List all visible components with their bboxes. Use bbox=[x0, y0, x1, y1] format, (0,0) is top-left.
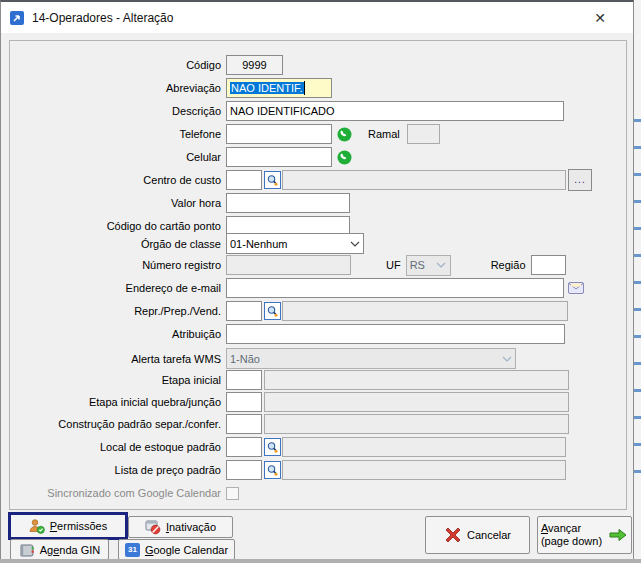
cancelar-button[interactable]: Cancelar bbox=[425, 516, 530, 554]
green-right-arrow-icon bbox=[608, 527, 628, 543]
lista-preco-lookup-button[interactable] bbox=[264, 461, 281, 479]
magnifier-icon bbox=[266, 464, 279, 477]
avancar-button[interactable]: Avançar (page down) bbox=[537, 516, 632, 554]
construcao-code-field[interactable] bbox=[226, 414, 262, 434]
orgao-classe-value: 01-Nenhum bbox=[230, 238, 346, 250]
lista-preco-label: Lista de preço padrão bbox=[1, 464, 221, 476]
orgao-classe-select[interactable]: 01-Nenhum bbox=[226, 233, 364, 254]
valor-hora-label: Valor hora bbox=[1, 197, 221, 209]
inactivation-icon bbox=[145, 519, 161, 535]
text-caret bbox=[304, 81, 305, 95]
row-telefone: Telefone Ramal bbox=[1, 124, 631, 144]
uf-label: UF bbox=[386, 259, 401, 271]
app-icon bbox=[9, 10, 25, 26]
row-abreviacao: Abreviação NAO IDENTIF. bbox=[1, 78, 631, 98]
alerta-wms-select: 1-Não bbox=[226, 348, 516, 369]
uf-select: RS bbox=[406, 255, 451, 276]
inativacao-button[interactable]: Inativação bbox=[128, 516, 233, 538]
centro-custo-description-field bbox=[282, 170, 566, 190]
permissoes-button[interactable]: Permissões bbox=[11, 515, 125, 537]
local-estoque-lookup-button[interactable] bbox=[264, 438, 281, 456]
email-field[interactable] bbox=[226, 278, 564, 298]
regiao-field[interactable] bbox=[531, 255, 566, 275]
repr-label: Repr./Prep./Vend. bbox=[1, 305, 221, 317]
email-label: Endereço de e-mail bbox=[1, 282, 221, 294]
agenda-gin-button[interactable]: Agenda GIN bbox=[10, 539, 109, 560]
repr-lookup-button[interactable] bbox=[264, 302, 281, 320]
numero-registro-field bbox=[226, 255, 351, 275]
local-estoque-description-field bbox=[282, 437, 566, 457]
google-calendar-button[interactable]: 31 Google Calendar bbox=[118, 539, 235, 560]
centro-custo-lookup-button[interactable] bbox=[264, 171, 281, 189]
codigo-field[interactable]: 9999 bbox=[226, 55, 283, 75]
local-estoque-code-field[interactable] bbox=[226, 437, 262, 457]
lista-preco-description-field bbox=[282, 460, 566, 480]
celular-field[interactable] bbox=[226, 147, 332, 167]
numero-registro-label: Número registro bbox=[1, 259, 221, 271]
telefone-field[interactable] bbox=[226, 124, 332, 144]
google-calendar-button-label: Google Calendar bbox=[145, 544, 228, 556]
row-etapa-inicial: Etapa inicial bbox=[1, 370, 631, 390]
lista-preco-code-field[interactable] bbox=[226, 460, 262, 480]
row-sincronizado: Sincronizado com Google Calendar bbox=[1, 483, 631, 503]
magnifier-icon bbox=[266, 174, 279, 187]
cartao-ponto-label: Código do cartão ponto bbox=[1, 220, 221, 232]
red-x-icon bbox=[444, 526, 462, 544]
chevron-down-icon bbox=[498, 349, 515, 368]
atribuicao-field[interactable] bbox=[226, 324, 565, 344]
abreviacao-field[interactable]: NAO IDENTIF. bbox=[226, 78, 332, 98]
background-app-lines bbox=[634, 95, 641, 475]
alerta-wms-label: Alerta tarefa WMS bbox=[1, 353, 221, 365]
etapa-inicial-code-field[interactable] bbox=[226, 370, 262, 390]
permissoes-button-label: Permissões bbox=[50, 520, 107, 532]
row-local-estoque: Local de estoque padrão bbox=[1, 437, 631, 457]
whatsapp-icon[interactable] bbox=[337, 150, 352, 165]
etapa-inicial-label: Etapa inicial bbox=[1, 374, 221, 386]
etapa-quebra-code-field[interactable] bbox=[226, 392, 262, 412]
repr-description-field bbox=[282, 301, 568, 321]
calendar-31-icon: 31 bbox=[125, 543, 140, 557]
row-construcao: Construção padrão separ./confer. bbox=[1, 414, 631, 434]
etapa-quebra-label: Etapa inicial quebra/junção bbox=[1, 396, 221, 408]
ramal-label: Ramal bbox=[368, 128, 400, 140]
repr-code-field[interactable] bbox=[226, 301, 262, 321]
celular-label: Celular bbox=[1, 151, 221, 163]
row-celular: Celular bbox=[1, 147, 631, 167]
envelope-icon[interactable] bbox=[568, 282, 584, 294]
agenda-gin-button-label: Agenda GIN bbox=[40, 544, 101, 556]
atribuicao-label: Atribuição bbox=[1, 328, 221, 340]
close-icon[interactable]: ✕ bbox=[589, 8, 611, 28]
avancar-button-label: Avançar (page down) bbox=[541, 522, 602, 548]
centro-custo-code-field[interactable] bbox=[226, 170, 262, 190]
telefone-label: Telefone bbox=[1, 128, 221, 140]
row-repr: Repr./Prep./Vend. bbox=[1, 301, 631, 321]
row-etapa-quebra: Etapa inicial quebra/junção bbox=[1, 392, 631, 412]
row-valor-hora: Valor hora bbox=[1, 193, 631, 213]
ramal-field bbox=[407, 124, 440, 144]
chevron-down-icon bbox=[346, 234, 363, 253]
descricao-field[interactable]: NAO IDENTIFICADO bbox=[226, 101, 564, 121]
row-atribuicao: Atribuição bbox=[1, 324, 631, 344]
valor-hora-field[interactable] bbox=[226, 193, 350, 213]
row-codigo: Código 9999 bbox=[1, 55, 631, 75]
orgao-classe-label: Órgão de classe bbox=[1, 238, 221, 250]
row-email: Endereço de e-mail bbox=[1, 278, 631, 298]
row-orgao-classe: Órgão de classe 01-Nenhum bbox=[1, 232, 631, 255]
dialog-bottom-edge bbox=[0, 559, 641, 563]
whatsapp-icon[interactable] bbox=[337, 127, 352, 142]
user-check-icon bbox=[29, 518, 45, 534]
address-book-icon bbox=[19, 543, 35, 557]
construcao-description-field bbox=[264, 414, 569, 434]
row-lista-preco: Lista de preço padrão bbox=[1, 460, 631, 480]
inativacao-button-label: Inativação bbox=[166, 521, 216, 533]
local-estoque-label: Local de estoque padrão bbox=[1, 441, 221, 453]
centro-custo-more-button[interactable]: ... bbox=[568, 169, 592, 191]
alerta-wms-value: 1-Não bbox=[230, 353, 498, 365]
etapa-quebra-description-field bbox=[264, 392, 569, 412]
titlebar[interactable]: 14-Operadores - Alteração ✕ bbox=[1, 2, 633, 33]
operators-dialog: 14-Operadores - Alteração ✕ Código 9999 … bbox=[0, 0, 634, 559]
etapa-inicial-description-field bbox=[264, 370, 569, 390]
magnifier-icon bbox=[266, 441, 279, 454]
selected-text: NAO IDENTIF. bbox=[230, 82, 304, 94]
sincronizado-label: Sincronizado com Google Calendar bbox=[1, 487, 221, 499]
